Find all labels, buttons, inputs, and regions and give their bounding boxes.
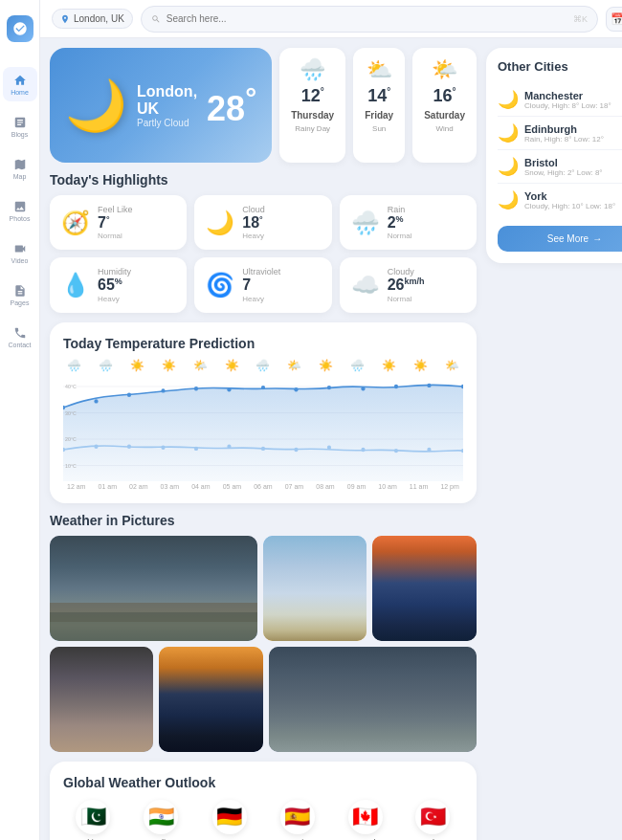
- search-icon: [151, 14, 161, 24]
- city-name-1: Edinburgh: [524, 123, 622, 135]
- forecast-card-0: 🌧️ 12° Thursday Rainy Day: [279, 48, 345, 163]
- country-item-4[interactable]: 🇨🇦 Canada: [348, 800, 383, 840]
- top-weather-row: 🌙 London, UK Partly Cloud 28° 🌧️ 12° Thu…: [50, 48, 477, 163]
- city-detail-0: Cloudy, High: 8° Low: 18°: [524, 101, 622, 110]
- main-content: London, UK ⌘K 📅 ⚙️ 🌙 London, UK Partly C…: [40, 0, 622, 840]
- city-detail-1: Rain, High: 8° Low: 12°: [524, 135, 622, 144]
- global-weather-title: Global Weather Outlook: [63, 775, 463, 790]
- temperature-chart-section: Today Temperature Prediction 🌧️ 🌧️ ☀️ ☀️…: [50, 322, 477, 503]
- svg-point-21: [194, 446, 198, 450]
- city-item-2: 🌙 Bristol Snow, High: 2° Low: 8° 22°: [498, 150, 622, 184]
- highlights-section: Today's Highlights 🧭 Feel Like 7° Normal…: [50, 172, 477, 313]
- svg-point-9: [227, 387, 231, 391]
- country-item-0[interactable]: 🇵🇰 Pakistan: [76, 800, 110, 840]
- app-logo: [7, 15, 33, 42]
- svg-point-25: [327, 445, 331, 449]
- forecast-label-1: Sun: [372, 124, 386, 133]
- svg-point-28: [427, 447, 431, 451]
- forecast-temp-0: 12°: [301, 86, 324, 106]
- content-area: 🌙 London, UK Partly Cloud 28° 🌧️ 12° Thu…: [40, 38, 622, 840]
- search-bar[interactable]: ⌘K: [141, 6, 598, 33]
- forecast-temp-1: 14°: [367, 86, 390, 106]
- forecast-day-2: Saturday: [424, 110, 465, 121]
- highlight-card-5: ☁️ Cloudy 26km/h Normal: [340, 257, 477, 312]
- highlight-card-1: 🌙 Cloud 18° Heavy: [194, 195, 331, 250]
- picture-item-3: [50, 647, 153, 752]
- forecast-icon-1: ⛅: [367, 57, 392, 82]
- pictures-grid-container: [50, 536, 477, 752]
- city-info-2: Bristol Snow, High: 2° Low: 8°: [524, 157, 622, 177]
- city-item-0: 🌙 Manchester Cloudy, High: 8° Low: 18° 7…: [498, 83, 622, 117]
- city-detail-3: Cloudy, High: 10° Low: 18°: [524, 202, 622, 210]
- sidebar-item-video[interactable]: Video: [3, 235, 37, 270]
- svg-point-10: [261, 386, 265, 389]
- picture-item-1: [263, 536, 367, 641]
- forecast-day-0: Thursday: [291, 110, 334, 121]
- picture-item-4: [159, 647, 263, 752]
- sidebar-item-home[interactable]: Home: [3, 67, 37, 101]
- header: London, UK ⌘K 📅 ⚙️: [40, 0, 622, 38]
- pictures-bottom-row: [50, 647, 477, 752]
- sidebar-item-pages[interactable]: Pages: [3, 277, 37, 312]
- sidebar-label-video: Video: [11, 257, 29, 264]
- main-location: London, UK: [137, 83, 197, 118]
- city-item-3: 🌙 York Cloudy, High: 10° Low: 18° 20°: [498, 184, 622, 216]
- svg-text:40°C: 40°C: [65, 384, 77, 389]
- svg-point-22: [227, 444, 231, 448]
- svg-point-26: [361, 447, 365, 451]
- highlights-title: Today's Highlights: [50, 172, 477, 188]
- svg-point-27: [394, 449, 398, 453]
- pictures-title: Weather in Pictures: [50, 513, 477, 528]
- city-info-1: Edinburgh Rain, High: 8° Low: 12°: [524, 123, 622, 144]
- city-name-2: Bristol: [524, 157, 622, 168]
- highlights-grid: 🧭 Feel Like 7° Normal 🌙 Cloud 18° Heavy: [50, 195, 477, 313]
- sidebar-item-photos[interactable]: Photos: [3, 193, 37, 228]
- svg-point-24: [294, 447, 298, 451]
- city-info-0: Manchester Cloudy, High: 8° Low: 18°: [524, 90, 622, 110]
- location-badge: London, UK: [52, 9, 133, 29]
- calendar-icon[interactable]: 📅: [606, 7, 622, 32]
- flag-germany: 🇩🇪: [212, 800, 247, 834]
- sidebar-label-photos: Photos: [10, 215, 31, 222]
- svg-point-7: [161, 388, 165, 392]
- flag-india: 🇮🇳: [144, 800, 178, 834]
- city-name-3: York: [524, 190, 622, 202]
- sidebar-item-contact[interactable]: Contact: [3, 320, 37, 354]
- forecast-day-1: Friday: [365, 110, 393, 121]
- sidebar-item-blogs[interactable]: Blogs: [3, 109, 37, 144]
- city-icon-1: 🌙: [498, 122, 519, 144]
- see-more-button[interactable]: See More →: [498, 226, 622, 252]
- flag-spain: 🇪🇸: [280, 800, 315, 834]
- svg-point-8: [194, 387, 198, 390]
- left-panel: 🌙 London, UK Partly Cloud 28° 🌧️ 12° Thu…: [50, 48, 477, 840]
- country-item-1[interactable]: 🇮🇳 India: [144, 800, 178, 840]
- sidebar-label-home: Home: [11, 89, 29, 96]
- location-text: London, UK: [74, 13, 124, 24]
- country-item-5[interactable]: 🇹🇷 Turkey: [415, 800, 450, 840]
- forecast-temp-2: 16°: [433, 86, 456, 106]
- svg-text:10°C: 10°C: [65, 462, 77, 468]
- country-flags: 🇵🇰 Pakistan 🇮🇳 India 🇩🇪 Germany 🇪🇸 Spain: [63, 800, 463, 840]
- other-cities-card: Other Cities 🌙 Manchester Cloudy, High: …: [486, 48, 622, 263]
- sidebar-label-map: Map: [13, 173, 27, 180]
- country-item-2[interactable]: 🇩🇪 Germany: [211, 800, 247, 840]
- search-input[interactable]: [167, 13, 567, 24]
- svg-point-13: [361, 387, 365, 390]
- forecast-icon-2: 🌤️: [432, 57, 457, 82]
- svg-point-12: [327, 386, 331, 389]
- svg-point-6: [127, 392, 131, 396]
- main-weather-card: 🌙 London, UK Partly Cloud 28°: [50, 48, 272, 163]
- city-name-0: Manchester: [524, 90, 622, 101]
- sidebar: Home Blogs Map Photos Video Pages Contac…: [0, 0, 40, 840]
- chart-icons-row: 🌧️ 🌧️ ☀️ ☀️ 🌤️ ☀️ 🌧️ 🌤️ ☀️ 🌧️ ☀️ ☀️ 🌤️: [63, 359, 463, 372]
- flag-pakistan: 🇵🇰: [76, 800, 110, 834]
- city-item-1: 🌙 Edinburgh Rain, High: 8° Low: 12° 19°: [498, 117, 622, 150]
- main-weather-icon: 🌙: [65, 77, 127, 135]
- svg-point-19: [127, 444, 131, 448]
- country-item-3[interactable]: 🇪🇸 Spain: [280, 800, 315, 840]
- right-panel: Other Cities 🌙 Manchester Cloudy, High: …: [486, 48, 622, 840]
- other-cities-title: Other Cities: [498, 59, 622, 74]
- sidebar-item-map[interactable]: Map: [3, 151, 37, 186]
- main-condition: Partly Cloud: [137, 118, 197, 128]
- forecast-card-1: ⛅ 14° Friday Sun: [353, 48, 405, 163]
